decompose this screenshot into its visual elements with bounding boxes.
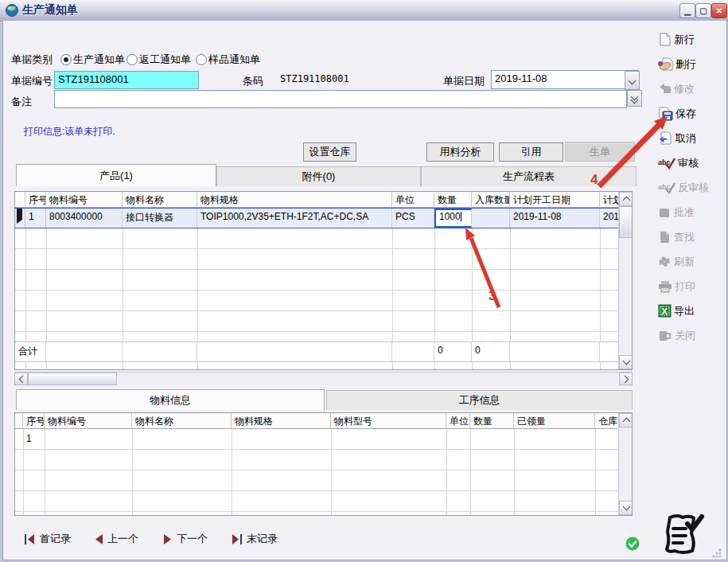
m-scroll-down-icon[interactable] [619,501,633,515]
material-table: 序号 物料编号 物料名称 物料规格 物料型号 单位 数量 已领量 仓库 1 [14,412,633,516]
cell-unit[interactable]: PCS [392,209,434,228]
m-header-taken[interactable]: 已领量 [514,413,595,429]
header-start-date[interactable]: 计划开工日期 [510,192,600,208]
doc-date-value: 2019-11-08 [495,72,547,84]
m-scroll-up-icon[interactable] [619,413,633,427]
product-table-empty-rows[interactable] [15,228,632,341]
radio-sample-notice-label[interactable]: 样品通知单 [208,53,260,67]
header-seq[interactable]: 序号 [25,192,46,208]
header-plan[interactable]: 计划 [600,192,619,208]
delete-row-icon [658,57,673,71]
sidebar: 新行 删行 修改 保存 取消 abc 审核 abc 反审核 批准 查找 刷新 打… [658,32,709,343]
svg-text:abc: abc [658,158,671,166]
doc-type-label: 单据类别 [11,53,53,67]
scroll-down-icon[interactable] [619,355,633,369]
tab-product[interactable]: 产品(1) [16,164,216,186]
product-table-hscrollbar[interactable] [14,372,633,385]
radio-rework-notice-label[interactable]: 返工通知单 [139,53,191,67]
new-row-icon [658,33,672,46]
window-title: 生产通知单 [22,3,78,18]
close-button[interactable]: ✕ [711,3,727,18]
hscroll-thumb[interactable] [28,373,117,385]
m-cell-seq[interactable]: 1 [26,433,32,444]
product-table-vscrollbar[interactable] [618,192,633,369]
remark-expand-icon[interactable] [627,90,642,107]
sidebar-cancel[interactable]: 取消 [658,131,709,146]
m-header-warehouse[interactable]: 仓库 [595,413,617,429]
cell-seq[interactable]: 1 [25,209,46,228]
doc-date-label: 单据日期 [443,74,485,88]
tab-attachment[interactable]: 附件(0) [216,166,421,186]
header-qty[interactable]: 数量 [434,192,472,208]
nav-previous-record[interactable]: 上一个 [94,532,138,546]
sidebar-delete-row[interactable]: 删行 [658,57,709,72]
radio-production-notice-label[interactable]: 生产通知单 [73,53,125,67]
m-header-seq[interactable]: 序号 [23,413,45,429]
sidebar-new-row[interactable]: 新行 [658,32,709,47]
vscroll-thumb[interactable] [619,206,633,238]
m-header-model[interactable]: 物料型号 [331,413,446,429]
audit-icon: abc [658,157,675,170]
nav-first-record[interactable]: 首记录 [24,532,71,546]
header-code[interactable]: 物料编号 [46,192,123,208]
tab-material-info[interactable]: 物料信息 [16,389,325,410]
doc-date-combobox[interactable]: 2019-11-08 [491,70,639,89]
sidebar-unaudit: abc 反审核 [658,180,709,195]
status-ok-icon [625,537,640,551]
barcode-label: 条码 [243,74,263,88]
svg-text:X: X [662,306,668,316]
scroll-up-icon[interactable] [619,192,633,206]
product-table-header: 序号 物料编号 物料名称 物料规格 单位 数量 入库数量 计划开工日期 计划 [15,192,632,208]
radio-production-notice[interactable] [60,54,72,65]
generate-order-button: 生单 [565,142,635,162]
m-header-unit[interactable]: 单位 [446,413,470,429]
tab-process-info[interactable]: 工序信息 [326,390,633,410]
sidebar-export[interactable]: X 导出 [658,303,709,318]
product-row-1[interactable]: 1 8003400000 接口转换器 TOIP1000,2V35+ETH-1F2… [15,208,632,228]
cell-qty-editing[interactable]: 1000 [434,209,472,228]
total-qty: 0 [434,342,472,361]
cell-spec[interactable]: TOIP1000,2V35+ETH-1F2T,AC+DC,SA [197,209,392,228]
m-header-name[interactable]: 物料名称 [132,413,232,429]
total-label: 合计 [15,342,46,361]
header-name[interactable]: 物料名称 [123,192,197,208]
annotation-step-4: 4 [590,172,598,188]
doc-no-input[interactable]: STZ191108001 [54,71,199,89]
m-header-spec[interactable]: 物料规格 [232,413,331,429]
radio-sample-notice[interactable] [196,54,207,65]
sidebar-refresh: 刷新 [658,254,709,269]
remark-label: 备注 [11,95,32,109]
resize-grip-icon[interactable] [711,548,722,559]
tab-production-flow[interactable]: 生产流程表 [421,166,637,186]
cell-name[interactable]: 接口转换器 [123,209,197,228]
material-analysis-button[interactable]: 用料分析 [426,142,494,162]
nav-next-record[interactable]: 下一个 [163,532,208,546]
checklist-logo-icon [659,511,705,557]
text-caret [461,212,461,221]
sidebar-save[interactable]: 保存 [658,106,709,121]
minimize-button[interactable]: ▁ [679,3,695,18]
m-header-code[interactable]: 物料编号 [45,413,132,429]
cell-start-date[interactable]: 2019-11-08 [510,209,600,228]
doc-date-dropdown-icon[interactable] [625,71,640,90]
m-header-qty[interactable]: 数量 [470,413,514,429]
remark-input[interactable] [54,90,627,108]
cell-code[interactable]: 8003400000 [46,209,123,228]
sidebar-audit[interactable]: abc 审核 [658,155,709,170]
header-spec[interactable]: 物料规格 [197,192,392,208]
scroll-left-icon[interactable] [14,373,28,385]
set-warehouse-button[interactable]: 设置仓库 [303,142,356,162]
header-unit[interactable]: 单位 [392,192,434,208]
scroll-right-icon[interactable] [619,373,633,385]
maximize-button[interactable]: ▢ [695,3,711,18]
nav-last-record[interactable]: 末记录 [231,532,278,546]
material-table-rows[interactable]: 1 [15,429,632,515]
last-record-icon [231,534,243,544]
header-in-qty[interactable]: 入库数量 [472,192,510,208]
cite-button[interactable]: 引用 [499,142,563,162]
cell-in-qty[interactable] [472,209,510,228]
material-table-vscrollbar[interactable] [618,413,633,515]
cell-plan[interactable]: 201 [600,209,619,228]
radio-rework-notice[interactable] [127,54,138,65]
header-row-selector[interactable] [15,192,25,208]
